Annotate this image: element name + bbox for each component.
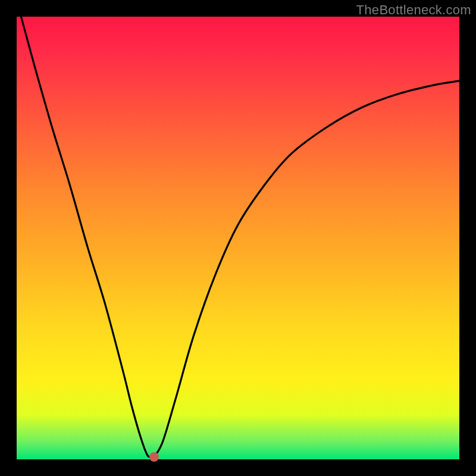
- bottleneck-curve: [17, 17, 459, 459]
- chart-frame: TheBottleneck.com: [0, 0, 476, 476]
- watermark-text: TheBottleneck.com: [356, 2, 471, 18]
- min-point-marker: [149, 452, 159, 462]
